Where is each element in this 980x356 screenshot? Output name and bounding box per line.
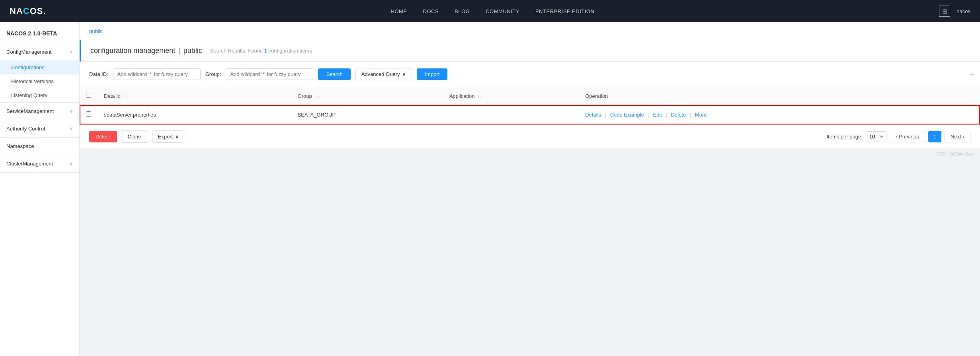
next-label: Next [951, 134, 961, 140]
data-table: Data Id ↑↓ Group ↑↓ Application ↑↓ Opera… [80, 87, 980, 125]
op-more-link[interactable]: More [695, 112, 707, 118]
sidebar-section-cluster: ClusterManagement ∨ [0, 155, 79, 173]
sidebar-section-config: ConfigManagement ∧ Configurations Histor… [0, 43, 79, 103]
select-all-checkbox[interactable] [86, 93, 91, 98]
row-group: SEATA_GROUP [291, 105, 443, 125]
sort-group-icon: ↑↓ [315, 94, 319, 99]
sidebar-cluster-header[interactable]: ClusterManagement ∨ [0, 155, 79, 172]
sidebar-section-authority: Authority Control ∨ [0, 120, 79, 138]
page-title-separator: | [178, 47, 180, 55]
op-edit-link[interactable]: Edit [653, 112, 662, 118]
row-data-id: seataServer.properties [98, 105, 291, 125]
op-sep-4: | [690, 112, 691, 118]
nav-home[interactable]: HOME [391, 8, 407, 14]
group-label: Group: [205, 71, 221, 77]
op-code-example-link[interactable]: Code Example [610, 112, 644, 118]
top-nav: NACOS. HOME DOCS BLOG COMMUNITY ENTERPRI… [0, 0, 980, 22]
chevron-up-icon: ∧ [70, 49, 73, 54]
row-application [443, 105, 579, 125]
op-sep-3: | [666, 112, 667, 118]
pagination: Items per page: 10 20 50 100 ‹ Previous … [826, 131, 970, 142]
sidebar-item-listening-query[interactable]: Listening Query [0, 88, 79, 102]
op-details-link[interactable]: Details [585, 112, 601, 118]
export-button[interactable]: Export ∨ [152, 130, 185, 143]
export-chevron-icon: ∨ [175, 134, 179, 140]
data-id-label: Data ID: [89, 71, 108, 77]
advanced-query-label: Advanced Query [361, 71, 400, 77]
nav-docs[interactable]: DOCS [423, 8, 439, 14]
nav-blog[interactable]: BLOG [455, 8, 470, 14]
col-group[interactable]: Group ↑↓ [291, 87, 443, 105]
logo: NACOS. [10, 6, 46, 16]
prev-label: Previous [899, 134, 919, 140]
op-sep-2: | [648, 112, 649, 118]
nav-links: HOME DOCS BLOG COMMUNITY ENTERPRISE EDIT… [391, 8, 595, 14]
table-container: Data Id ↑↓ Group ↑↓ Application ↑↓ Opera… [80, 87, 980, 125]
nav-enterprise[interactable]: ENTERPRISE EDITION [535, 8, 594, 14]
sidebar-namespace-header[interactable]: Namespace [0, 138, 79, 155]
per-page-label: Items per page: [826, 134, 862, 140]
next-icon: › [963, 134, 964, 140]
col-operation: Operation [579, 87, 980, 105]
bottom-bar: Delete Clone Export ∨ Items per page: 10… [80, 125, 980, 148]
page-header: configuration management | public Search… [80, 40, 980, 62]
sidebar-authority-label: Authority Control [6, 126, 45, 132]
sidebar-version: NACOS 2.1.0-BETA [0, 22, 79, 43]
select-all-col [80, 87, 98, 105]
sidebar-config-label: ConfigManagement [6, 49, 51, 55]
table-header-row: Data Id ↑↓ Group ↑↓ Application ↑↓ Opera… [80, 87, 980, 105]
add-config-button[interactable]: + [964, 66, 980, 83]
sidebar-service-header[interactable]: ServiceManagement ∨ [0, 103, 79, 120]
op-delete-link[interactable]: Delete [671, 112, 686, 118]
row-operations: Details | Code Example | Edit | Delete |… [579, 105, 980, 125]
nav-plus-button[interactable]: ⊞ [939, 6, 950, 17]
breadcrumb: public [80, 22, 980, 40]
export-label: Export [158, 134, 173, 140]
sidebar-item-historical-versions[interactable]: Historical Versions [0, 74, 79, 88]
nav-user: nacos [957, 8, 970, 14]
advanced-query-chevron-icon: ∨ [402, 71, 406, 77]
prev-page-button[interactable]: ‹ Previous [890, 131, 925, 142]
import-button[interactable]: Import [417, 68, 447, 80]
search-button[interactable]: Search [318, 68, 350, 80]
main-layout: NACOS 2.1.0-BETA ConfigManagement ∧ Conf… [0, 22, 980, 356]
chevron-down-icon-3: ∨ [70, 161, 73, 166]
sidebar-config-header[interactable]: ConfigManagement ∧ [0, 43, 79, 60]
col-application[interactable]: Application ↑↓ [443, 87, 579, 105]
advanced-query-button[interactable]: Advanced Query ∨ [355, 68, 412, 80]
sidebar-authority-header[interactable]: Authority Control ∨ [0, 120, 79, 137]
chevron-down-icon: ∨ [70, 109, 73, 114]
sidebar-service-label: ServiceManagement [6, 108, 54, 114]
current-page: 1 [928, 131, 941, 142]
clone-button[interactable]: Clone [121, 130, 148, 143]
table-row: seataServer.properties SEATA_GROUP Detai… [80, 105, 980, 125]
data-id-input[interactable] [113, 68, 201, 80]
breadcrumb-link[interactable]: public [89, 28, 103, 34]
content-area: public configuration management | public… [80, 22, 980, 356]
nav-right: ⊞ nacos [939, 6, 970, 17]
page-title-meta: Search Results: Found 1 configuration it… [210, 48, 312, 54]
nav-community[interactable]: COMMUNITY [486, 8, 519, 14]
sidebar-item-configurations[interactable]: Configurations [0, 60, 79, 74]
per-page-select[interactable]: 10 20 50 100 [866, 131, 886, 142]
col-data-id[interactable]: Data Id ↑↓ [98, 87, 291, 105]
sidebar-cluster-label: ClusterManagement [6, 161, 53, 167]
sidebar: NACOS 2.1.0-BETA ConfigManagement ∧ Conf… [0, 22, 80, 356]
page-title-main: configuration management [90, 47, 175, 55]
next-page-button[interactable]: Next › [945, 131, 970, 142]
op-sep-1: | [605, 112, 606, 118]
prev-icon: ‹ [896, 134, 897, 140]
row-checkbox-cell [80, 105, 98, 125]
sort-app-icon: ↑↓ [478, 94, 482, 99]
chevron-down-icon-2: ∨ [70, 126, 73, 131]
sidebar-section-namespace: Namespace [0, 138, 79, 155]
sidebar-section-service: ServiceManagement ∨ [0, 103, 79, 120]
watermark: CSDN @ZNineSun [80, 148, 980, 160]
group-input[interactable] [226, 68, 313, 80]
sort-data-id-icon: ↑↓ [124, 94, 128, 99]
search-bar: Data ID: Group: Search Advanced Query ∨ … [80, 62, 980, 87]
bulk-delete-button[interactable]: Delete [89, 131, 117, 142]
sidebar-namespace-label: Namespace [6, 143, 34, 149]
row-checkbox[interactable] [86, 111, 91, 117]
page-title-sub: public [184, 47, 202, 55]
